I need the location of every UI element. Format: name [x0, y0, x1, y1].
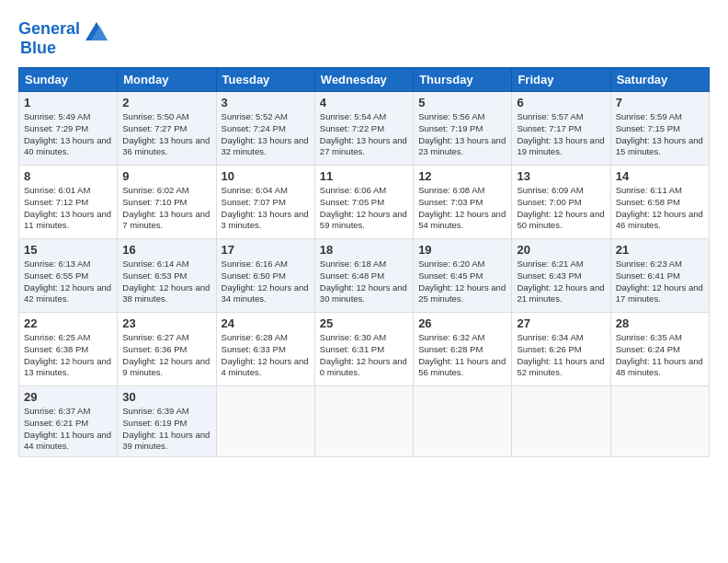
day-info: Sunrise: 6:20 AMSunset: 6:45 PMDaylight:… [418, 259, 506, 305]
day-info: Sunrise: 6:34 AMSunset: 6:26 PMDaylight:… [517, 332, 605, 379]
day-number: 28 [616, 316, 704, 330]
calendar-cell: 20Sunrise: 6:21 AMSunset: 6:43 PMDayligh… [512, 239, 610, 313]
calendar-cell [314, 386, 413, 457]
week-row-4: 22Sunrise: 6:25 AMSunset: 6:38 PMDayligh… [19, 313, 710, 386]
day-number: 24 [222, 316, 310, 330]
calendar-cell: 25Sunrise: 6:30 AMSunset: 6:31 PMDayligh… [314, 313, 413, 386]
calendar-cell: 14Sunrise: 6:11 AMSunset: 6:58 PMDayligh… [610, 166, 709, 239]
day-number: 17 [222, 243, 310, 257]
day-info: Sunrise: 6:04 AMSunset: 7:07 PMDaylight:… [222, 185, 310, 232]
day-number: 6 [517, 96, 605, 109]
weekday-friday: Friday [512, 68, 610, 92]
calendar-cell: 24Sunrise: 6:28 AMSunset: 6:33 PMDayligh… [216, 313, 314, 386]
day-info: Sunrise: 6:21 AMSunset: 6:43 PMDaylight:… [517, 259, 605, 305]
day-number: 27 [517, 316, 605, 330]
day-info: Sunrise: 6:09 AMSunset: 7:00 PMDaylight:… [517, 185, 605, 232]
logo-icon [82, 15, 111, 44]
calendar-cell: 8Sunrise: 6:01 AMSunset: 7:12 PMDaylight… [19, 166, 118, 239]
day-info: Sunrise: 5:49 AMSunset: 7:29 PMDaylight:… [24, 111, 112, 158]
day-number: 12 [418, 169, 506, 183]
day-info: Sunrise: 6:02 AMSunset: 7:10 PMDaylight:… [122, 185, 210, 232]
day-number: 7 [616, 96, 704, 109]
day-info: Sunrise: 6:28 AMSunset: 6:33 PMDaylight:… [222, 332, 310, 379]
calendar-table: SundayMondayTuesdayWednesdayThursdayFrid… [18, 67, 710, 457]
calendar-cell: 5Sunrise: 5:56 AMSunset: 7:19 PMDaylight… [414, 92, 512, 166]
day-number: 20 [517, 243, 605, 257]
day-info: Sunrise: 6:27 AMSunset: 6:36 PMDaylight:… [122, 332, 210, 379]
week-row-5: 29Sunrise: 6:37 AMSunset: 6:21 PMDayligh… [19, 386, 710, 457]
day-number: 30 [122, 390, 210, 404]
weekday-thursday: Thursday [414, 68, 512, 92]
logo: General Blue [18, 15, 111, 58]
day-number: 16 [122, 243, 210, 257]
day-number: 13 [517, 169, 605, 183]
day-number: 14 [616, 169, 704, 183]
calendar-header: SundayMondayTuesdayWednesdayThursdayFrid… [19, 68, 710, 92]
day-info: Sunrise: 6:18 AMSunset: 6:48 PMDaylight:… [320, 259, 408, 305]
calendar-cell: 10Sunrise: 6:04 AMSunset: 7:07 PMDayligh… [216, 166, 314, 239]
calendar-cell: 1Sunrise: 5:49 AMSunset: 7:29 PMDaylight… [19, 92, 118, 166]
calendar-cell: 13Sunrise: 6:09 AMSunset: 7:00 PMDayligh… [512, 166, 610, 239]
day-info: Sunrise: 6:13 AMSunset: 6:55 PMDaylight:… [24, 259, 112, 305]
day-info: Sunrise: 6:30 AMSunset: 6:31 PMDaylight:… [320, 332, 408, 379]
day-number: 3 [222, 96, 310, 109]
weekday-wednesday: Wednesday [314, 68, 413, 92]
day-info: Sunrise: 5:57 AMSunset: 7:17 PMDaylight:… [517, 111, 605, 158]
calendar-cell [512, 386, 610, 457]
calendar-cell [610, 386, 709, 457]
day-number: 10 [222, 169, 310, 183]
logo-text: General [18, 20, 80, 39]
day-number: 26 [418, 316, 506, 330]
day-info: Sunrise: 6:35 AMSunset: 6:24 PMDaylight:… [616, 332, 704, 379]
day-number: 5 [418, 96, 506, 109]
day-number: 18 [320, 243, 408, 257]
calendar-cell: 2Sunrise: 5:50 AMSunset: 7:27 PMDaylight… [118, 92, 216, 166]
calendar-cell: 11Sunrise: 6:06 AMSunset: 7:05 PMDayligh… [314, 166, 413, 239]
calendar-cell: 15Sunrise: 6:13 AMSunset: 6:55 PMDayligh… [19, 239, 118, 313]
weekday-sunday: Sunday [19, 68, 118, 92]
day-info: Sunrise: 6:39 AMSunset: 6:19 PMDaylight:… [122, 406, 210, 453]
day-info: Sunrise: 6:01 AMSunset: 7:12 PMDaylight:… [24, 185, 112, 232]
calendar-cell: 22Sunrise: 6:25 AMSunset: 6:38 PMDayligh… [19, 313, 118, 386]
day-info: Sunrise: 6:06 AMSunset: 7:05 PMDaylight:… [320, 185, 408, 232]
day-info: Sunrise: 5:56 AMSunset: 7:19 PMDaylight:… [418, 111, 506, 158]
day-info: Sunrise: 5:50 AMSunset: 7:27 PMDaylight:… [122, 111, 210, 158]
day-number: 2 [122, 96, 210, 109]
calendar-cell: 9Sunrise: 6:02 AMSunset: 7:10 PMDaylight… [118, 166, 216, 239]
calendar-cell: 17Sunrise: 6:16 AMSunset: 6:50 PMDayligh… [216, 239, 314, 313]
weekday-saturday: Saturday [610, 68, 709, 92]
day-info: Sunrise: 5:52 AMSunset: 7:24 PMDaylight:… [222, 111, 310, 158]
header: General Blue [18, 15, 710, 58]
day-info: Sunrise: 6:08 AMSunset: 7:03 PMDaylight:… [418, 185, 506, 232]
calendar-cell: 23Sunrise: 6:27 AMSunset: 6:36 PMDayligh… [118, 313, 216, 386]
calendar-cell: 12Sunrise: 6:08 AMSunset: 7:03 PMDayligh… [414, 166, 512, 239]
week-row-2: 8Sunrise: 6:01 AMSunset: 7:12 PMDaylight… [19, 166, 710, 239]
calendar-cell: 18Sunrise: 6:18 AMSunset: 6:48 PMDayligh… [314, 239, 413, 313]
day-number: 11 [320, 169, 408, 183]
day-number: 23 [122, 316, 210, 330]
day-number: 21 [616, 243, 704, 257]
weekday-header-row: SundayMondayTuesdayWednesdayThursdayFrid… [19, 68, 710, 92]
calendar-body: 1Sunrise: 5:49 AMSunset: 7:29 PMDaylight… [19, 92, 710, 457]
calendar-cell: 27Sunrise: 6:34 AMSunset: 6:26 PMDayligh… [512, 313, 610, 386]
calendar-cell: 30Sunrise: 6:39 AMSunset: 6:19 PMDayligh… [118, 386, 216, 457]
calendar-cell: 28Sunrise: 6:35 AMSunset: 6:24 PMDayligh… [610, 313, 709, 386]
day-info: Sunrise: 6:16 AMSunset: 6:50 PMDaylight:… [222, 259, 310, 305]
calendar-cell: 4Sunrise: 5:54 AMSunset: 7:22 PMDaylight… [314, 92, 413, 166]
day-number: 1 [24, 96, 112, 109]
week-row-1: 1Sunrise: 5:49 AMSunset: 7:29 PMDaylight… [19, 92, 710, 166]
calendar-cell: 29Sunrise: 6:37 AMSunset: 6:21 PMDayligh… [19, 386, 118, 457]
calendar-cell: 7Sunrise: 5:59 AMSunset: 7:15 PMDaylight… [610, 92, 709, 166]
weekday-monday: Monday [118, 68, 216, 92]
day-info: Sunrise: 5:54 AMSunset: 7:22 PMDaylight:… [320, 111, 408, 158]
day-number: 22 [24, 316, 112, 330]
page: General Blue SundayMondayTuesdayWednesda… [0, 0, 728, 563]
day-info: Sunrise: 6:25 AMSunset: 6:38 PMDaylight:… [24, 332, 112, 379]
calendar-cell [414, 386, 512, 457]
day-number: 29 [24, 390, 112, 404]
day-info: Sunrise: 6:37 AMSunset: 6:21 PMDaylight:… [24, 406, 112, 453]
day-number: 4 [320, 96, 408, 109]
day-info: Sunrise: 6:23 AMSunset: 6:41 PMDaylight:… [616, 259, 704, 305]
day-info: Sunrise: 5:59 AMSunset: 7:15 PMDaylight:… [616, 111, 704, 158]
calendar-cell: 26Sunrise: 6:32 AMSunset: 6:28 PMDayligh… [414, 313, 512, 386]
